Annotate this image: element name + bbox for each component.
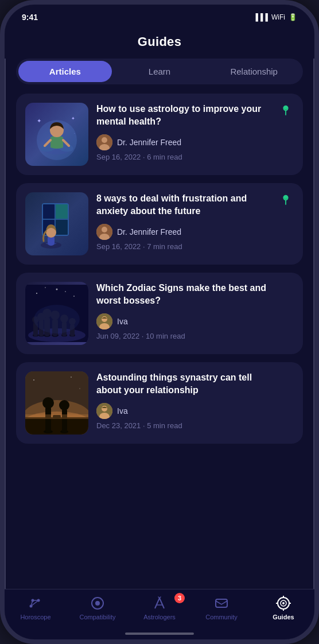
thumb-bosses bbox=[25, 282, 88, 345]
astrologers-badge: 3 bbox=[174, 593, 185, 603]
article-info-4: Astounding things synastry can tell abou… bbox=[96, 371, 294, 430]
article-meta-1: Sep 16, 2022 · 6 min read bbox=[96, 153, 277, 161]
avatar-img-1 bbox=[96, 134, 112, 150]
nav-label-community: Community bbox=[205, 614, 238, 620]
article-title-1: How to use astrology to improve your men… bbox=[96, 103, 277, 129]
tab-learn[interactable]: Learn bbox=[113, 61, 207, 82]
status-icons: ▐▐▐ WiFi 🔋 bbox=[253, 13, 297, 21]
svg-point-70 bbox=[71, 377, 72, 378]
nav-item-horoscope[interactable]: Horoscope bbox=[5, 595, 67, 620]
svg-point-82 bbox=[95, 601, 100, 606]
svg-rect-83 bbox=[216, 599, 227, 607]
community-icon bbox=[213, 595, 229, 611]
svg-text:✦: ✦ bbox=[71, 116, 75, 121]
window-illustration bbox=[31, 198, 83, 250]
avatar-img-2 bbox=[96, 224, 112, 240]
nav-item-community[interactable]: Community bbox=[190, 595, 252, 620]
astrologers-icon bbox=[151, 595, 168, 611]
author-row-3: Iva bbox=[96, 313, 277, 329]
author-avatar-3 bbox=[96, 313, 112, 329]
nav-label-guides: Guides bbox=[273, 614, 294, 620]
article-card-2[interactable]: 8 ways to deal with frustration and anxi… bbox=[16, 183, 303, 265]
nav-label-horoscope: Horoscope bbox=[20, 614, 50, 620]
author-avatar-1 bbox=[96, 134, 112, 150]
svg-point-71 bbox=[79, 388, 80, 389]
article-info-2: 8 ways to deal with frustration and anxi… bbox=[96, 192, 294, 251]
meditation-illustration: ✦ ✦ · bbox=[31, 108, 83, 160]
article-meta-4: Dec 23, 2021 · 5 min read bbox=[96, 421, 277, 430]
svg-rect-20 bbox=[56, 220, 68, 235]
svg-point-51 bbox=[45, 287, 46, 288]
article-card-1[interactable]: ✦ ✦ · How to use astrology to improve yo… bbox=[16, 94, 303, 175]
article-meta-2: Sep 16, 2022 · 7 min read bbox=[96, 242, 277, 251]
svg-rect-59 bbox=[25, 417, 88, 434]
svg-point-66 bbox=[59, 400, 69, 410]
author-name-3: Iva bbox=[117, 317, 128, 326]
svg-point-12 bbox=[102, 137, 107, 143]
author-name-4: Iva bbox=[117, 406, 128, 416]
article-thumbnail-4 bbox=[25, 371, 88, 434]
wifi-icon: WiFi bbox=[271, 13, 285, 21]
article-info-3: Which Zodiac Signs make the best and wor… bbox=[96, 282, 294, 340]
page-title: Guides bbox=[16, 34, 303, 49]
author-name-1: Dr. Jennifer Freed bbox=[117, 138, 181, 147]
svg-point-47 bbox=[36, 293, 37, 294]
article-title-3: Which Zodiac Signs make the best and wor… bbox=[96, 282, 277, 308]
nav-item-guides[interactable]: Guides bbox=[252, 595, 314, 620]
battery-icon: 🔋 bbox=[289, 13, 297, 21]
article-meta-3: Jun 09, 2022 · 10 min read bbox=[96, 332, 277, 340]
article-thumbnail-2 bbox=[25, 192, 88, 255]
status-time: 9:41 bbox=[22, 13, 38, 22]
compatibility-icon bbox=[90, 595, 106, 611]
svg-point-25 bbox=[102, 227, 107, 232]
tab-articles[interactable]: Articles bbox=[18, 61, 112, 82]
article-title-2: 8 ways to deal with frustration and anxi… bbox=[96, 192, 277, 218]
bosses-illustration bbox=[25, 285, 88, 342]
nav-label-compatibility: Compatibility bbox=[80, 614, 116, 620]
status-bar: 9:41 ▐▐▐ WiFi 🔋 bbox=[5, 5, 314, 30]
svg-rect-17 bbox=[43, 204, 55, 219]
couple-illustration bbox=[25, 371, 88, 434]
horoscope-icon bbox=[28, 595, 44, 611]
svg-text:✦: ✦ bbox=[37, 118, 41, 124]
article-thumbnail-3 bbox=[25, 282, 88, 345]
svg-point-49 bbox=[73, 296, 75, 297]
thumb-window bbox=[25, 192, 88, 255]
svg-rect-18 bbox=[56, 204, 68, 219]
nav-label-astrologers: Astrologers bbox=[143, 614, 176, 620]
author-row-4: Iva bbox=[96, 403, 277, 419]
phone-frame: 9:41 ▐▐▐ WiFi 🔋 Guides Articles Learn Re… bbox=[0, 0, 319, 644]
thumb-couple bbox=[25, 371, 88, 434]
svg-rect-61 bbox=[45, 406, 51, 433]
article-thumbnail-1: ✦ ✦ · bbox=[25, 103, 88, 166]
bottom-nav: Horoscope Compatibility 3 Astrologers bbox=[5, 589, 314, 639]
avatar-img-4 bbox=[96, 403, 112, 419]
author-avatar-4 bbox=[96, 403, 112, 419]
svg-rect-65 bbox=[62, 408, 67, 433]
author-name-2: Dr. Jennifer Freed bbox=[117, 227, 181, 236]
ribbon-icon-2 bbox=[278, 192, 294, 208]
author-row-2: Dr. Jennifer Freed bbox=[96, 224, 277, 240]
article-title-4: Astounding things synastry can tell abou… bbox=[96, 371, 277, 397]
svg-point-50 bbox=[65, 291, 66, 292]
article-card-3[interactable]: Which Zodiac Signs make the best and wor… bbox=[16, 273, 303, 354]
avatar-img-3 bbox=[96, 313, 112, 329]
guides-icon bbox=[275, 595, 291, 611]
content-area: ✦ ✦ · How to use astrology to improve yo… bbox=[5, 94, 314, 604]
nav-item-astrologers[interactable]: 3 Astrologers bbox=[129, 595, 190, 620]
signal-icon: ▐▐▐ bbox=[253, 13, 268, 21]
article-card-4[interactable]: Astounding things synastry can tell abou… bbox=[16, 362, 303, 444]
svg-point-52 bbox=[34, 305, 80, 333]
tab-relationship[interactable]: Relationship bbox=[207, 61, 301, 82]
nav-item-compatibility[interactable]: Compatibility bbox=[67, 595, 129, 620]
svg-point-69 bbox=[33, 379, 34, 381]
svg-point-48 bbox=[56, 289, 58, 290]
svg-point-62 bbox=[42, 397, 54, 409]
svg-point-86 bbox=[282, 602, 285, 604]
ribbon-icon-1 bbox=[278, 103, 294, 119]
thumb-meditation: ✦ ✦ · bbox=[25, 103, 88, 166]
svg-rect-68 bbox=[25, 414, 88, 419]
header: Guides bbox=[5, 30, 314, 59]
home-indicator bbox=[125, 633, 194, 635]
author-avatar-2 bbox=[96, 224, 112, 240]
